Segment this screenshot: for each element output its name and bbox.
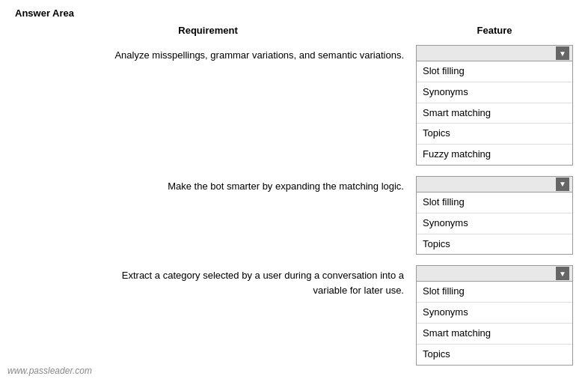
requirement-text-2: Make the bot smarter by expanding the ma… [15,176,416,194]
dropdown-header-1[interactable]: ▼ [416,45,573,61]
dropdown-header-3[interactable]: ▼ [416,265,573,282]
list-item[interactable]: Topics [417,345,572,365]
header-requirement: Requirement [60,25,416,36]
question-row-1: Analyze misspellings, grammar variations… [15,45,573,166]
dropdown-header-2[interactable]: ▼ [416,176,573,192]
list-item[interactable]: Synonyms [417,303,572,324]
dropdown-list-1: Slot filling Synonyms Smart matching Top… [416,61,573,166]
question-row-2: Make the bot smarter by expanding the ma… [15,176,573,255]
dropdown-arrow-3[interactable]: ▼ [556,267,569,280]
list-item[interactable]: Fuzzy matching [417,145,572,165]
list-item[interactable]: Synonyms [417,213,572,234]
dropdown-2[interactable]: ▼ Slot filling Synonyms Topics [416,176,573,255]
list-item[interactable]: Slot filling [417,282,572,303]
watermark: www.passleader.com [7,366,92,376]
list-item[interactable]: Topics [417,234,572,255]
list-item[interactable]: Smart matching [417,324,572,345]
header-feature: Feature [416,25,573,36]
requirement-text-3: Extract a category selected by a user du… [15,265,416,297]
dropdown-list-2: Slot filling Synonyms Topics [416,192,573,255]
list-item[interactable]: Slot filling [417,192,572,213]
dropdown-1[interactable]: ▼ Slot filling Synonyms Smart matching T… [416,45,573,166]
question-row-3: Extract a category selected by a user du… [15,265,573,365]
list-item[interactable]: Topics [417,124,572,145]
dropdown-arrow-2[interactable]: ▼ [556,178,569,191]
dropdown-list-3: Slot filling Synonyms Smart matching Top… [416,282,573,365]
dropdown-3[interactable]: ▼ Slot filling Synonyms Smart matching T… [416,265,573,365]
list-item[interactable]: Synonyms [417,82,572,103]
list-item[interactable]: Slot filling [417,61,572,82]
requirement-text-1: Analyze misspellings, grammar variations… [15,45,416,63]
answer-area-title: Answer Area [15,7,573,19]
dropdown-arrow-1[interactable]: ▼ [556,46,569,60]
list-item[interactable]: Smart matching [417,103,572,124]
